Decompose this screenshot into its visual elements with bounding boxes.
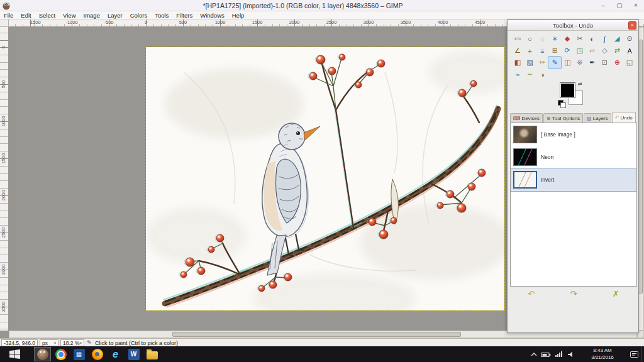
taskbar-icon-chrome[interactable] (52, 347, 69, 361)
swap-colors-icon[interactable]: ⇄ (578, 81, 582, 87)
vertical-scroll-thumb[interactable] (638, 40, 643, 293)
show-desktop-button[interactable] (641, 346, 644, 362)
clone-tool[interactable]: ⊡ (599, 57, 611, 69)
undo-history-item[interactable]: [ Base Image ] (511, 123, 636, 146)
close-icon[interactable]: × (628, 21, 636, 30)
blur-sharpen-tool[interactable]: ≈ (511, 69, 524, 80)
volume-icon (568, 351, 572, 357)
vertical-ruler: 0500100015002000250030003500 (0, 27, 9, 331)
toolbox-titlebar[interactable]: Toolbox - Undo × (508, 20, 638, 31)
taskbar-icon-ie[interactable]: e (107, 347, 124, 361)
crop-tool[interactable]: ⊞ (548, 45, 561, 57)
dodge-burn-tool[interactable]: ◑ (536, 69, 549, 80)
horizontal-scroll-thumb[interactable] (172, 332, 461, 337)
undo-history-item[interactable]: Invert (511, 168, 636, 191)
start-button[interactable] (0, 346, 29, 362)
tab-label: Tool Options (552, 116, 580, 121)
ruler-label: 4500 (475, 19, 486, 25)
perspective-clone-tool[interactable]: ◱ (623, 57, 636, 69)
menubar: FileEditSelectViewImageLayerColorsToolsF… (0, 11, 644, 19)
menu-image[interactable]: Image (80, 11, 104, 19)
taskbar-clock[interactable]: 8:43 AM 3/21/2016 (580, 347, 625, 361)
paths-tool[interactable]: ∫ (599, 33, 611, 45)
ruler-label: 3500 (401, 19, 411, 25)
menu-view[interactable]: View (59, 11, 79, 19)
paintbrush-tool[interactable]: ✎ (548, 57, 561, 69)
fuzzy-select-tool[interactable]: ∗ (548, 33, 561, 45)
undo-item-label: Invert (541, 177, 554, 183)
menu-colors[interactable]: Colors (126, 11, 151, 19)
tab-tool-options[interactable]: ⊛Tool Options (543, 113, 583, 123)
shear-tool[interactable]: ▱ (586, 45, 599, 57)
blend-tool[interactable]: ▨ (524, 57, 536, 69)
taskbar-icon-explorer[interactable] (143, 347, 160, 361)
move-tool[interactable]: + (524, 45, 536, 57)
close-button[interactable]: × (628, 0, 644, 11)
gimp-wilber-icon (2, 1, 11, 10)
layers-tab-icon: ▤ (587, 116, 592, 121)
zoom-value: 18.2 % (63, 340, 79, 346)
tab-layers[interactable]: ▤Layers (584, 113, 611, 123)
ellipse-select-tool[interactable]: ○ (524, 33, 536, 45)
default-colors-icon[interactable] (558, 100, 564, 106)
airbrush-tool[interactable]: ※ (574, 57, 586, 69)
menu-file[interactable]: File (0, 11, 17, 19)
clear-undo-history-button[interactable]: ✗ (602, 289, 630, 299)
ruler-label: 2000 (0, 186, 8, 205)
redo-button[interactable]: ↷ (560, 289, 587, 299)
bucket-fill-tool[interactable]: ◧ (511, 57, 524, 69)
zoom-dropdown[interactable]: 18.2 % ▾ (60, 339, 84, 346)
ink-tool[interactable]: ✒ (586, 57, 599, 69)
pencil-tool[interactable]: ✏ (536, 57, 549, 69)
unit-dropdown[interactable]: px ▾ (40, 339, 58, 346)
taskbar-icon-gimp[interactable] (34, 347, 51, 361)
menu-select[interactable]: Select (35, 11, 59, 19)
action-center-icon[interactable] (630, 350, 638, 361)
menu-edit[interactable]: Edit (17, 11, 35, 19)
tab-undo[interactable]: ↶Undo (612, 112, 636, 123)
heal-tool[interactable]: ⊕ (611, 57, 623, 69)
firefox-icon (92, 349, 103, 360)
flip-tool[interactable]: ⇄ (611, 45, 623, 57)
tab-label: Undo (620, 115, 632, 121)
color-picker-tool[interactable]: ◢ (611, 33, 623, 45)
status-tool-icon: ✎ (87, 339, 92, 346)
undo-button[interactable]: ↶ (518, 289, 545, 299)
chrome-icon (55, 349, 67, 360)
undo-thumbnail (513, 148, 537, 166)
ruler-corner (0, 19, 9, 27)
text-tool[interactable]: A (623, 45, 636, 57)
menu-help[interactable]: Help (228, 11, 248, 19)
system-tray[interactable] (529, 346, 578, 362)
taskbar-icon-photos[interactable]: ▦ (70, 347, 87, 361)
free-select-tool[interactable]: ◌ (536, 33, 549, 45)
taskbar-icon-firefox[interactable] (89, 347, 106, 361)
tab-devices[interactable]: ⌨Devices (510, 113, 543, 123)
rotate-tool[interactable]: ⟳ (561, 45, 574, 57)
scissors-select-tool[interactable]: ✂ (574, 33, 586, 45)
select-by-color-tool[interactable]: ◆ (561, 33, 574, 45)
foreground-color-swatch[interactable] (560, 83, 575, 97)
rectangle-select-tool[interactable]: ▭ (511, 33, 524, 45)
menu-windows[interactable]: Windows (196, 11, 228, 19)
gimp-icon (37, 349, 48, 360)
foreground-select-tool[interactable]: ◐ (586, 33, 599, 45)
ruler-label: 4000 (438, 19, 448, 25)
align-tool[interactable]: ≡ (536, 45, 549, 57)
measure-tool[interactable]: ∠ (511, 45, 524, 57)
menu-filters[interactable]: Filters (172, 11, 196, 19)
menu-tools[interactable]: Tools (151, 11, 172, 19)
undo-history-item[interactable]: Neon (511, 146, 636, 168)
ruler-label: 2000 (289, 19, 300, 25)
zoom-tool[interactable]: ⊙ (623, 33, 636, 45)
perspective-tool[interactable]: ◇ (599, 45, 611, 57)
scale-tool[interactable]: ◳ (574, 45, 586, 57)
minimize-button[interactable]: – (595, 0, 611, 11)
menu-layer[interactable]: Layer (104, 11, 126, 19)
eraser-tool[interactable]: ◫ (561, 57, 574, 69)
taskbar-icon-word[interactable]: W (125, 347, 142, 361)
smudge-tool[interactable]: ∼ (524, 69, 536, 80)
canvas-image[interactable] (146, 47, 504, 310)
maximize-button[interactable]: ▢ (611, 0, 628, 11)
statusbar: -324.5, 946.0 px ▾ 18.2 % ▾ ✎ Click to p… (0, 338, 644, 346)
